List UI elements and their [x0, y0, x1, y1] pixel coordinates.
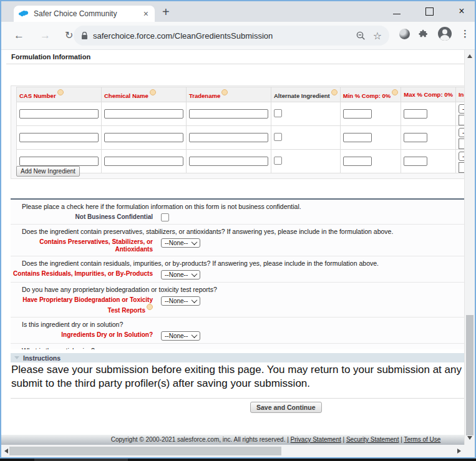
- preservatives-question: Does the ingredient contain preservative…: [11, 224, 465, 237]
- tradename-input[interactable]: [189, 157, 268, 166]
- window-minimize-button[interactable]: [390, 5, 404, 17]
- tab-close-icon[interactable]: ×: [142, 9, 150, 18]
- ingredient-table: CAS Number Chemical Name Tradename Alter…: [16, 87, 465, 173]
- scroll-right-arrow-icon[interactable]: [457, 449, 461, 454]
- privacy-statement-link[interactable]: Privacy Statement: [291, 436, 341, 443]
- help-icon[interactable]: [331, 89, 338, 95]
- button-row-divider: [11, 398, 465, 399]
- horizontal-scrollbar-thumb[interactable]: [9, 447, 281, 455]
- alternate-ingredient-checkbox[interactable]: [274, 157, 282, 165]
- window-close-button[interactable]: ×: [455, 5, 469, 17]
- reload-button[interactable]: ↻: [65, 29, 73, 41]
- reports-question: Do you have any proprietary biodegradati…: [11, 282, 465, 295]
- instructions-header[interactable]: Instructions: [11, 353, 465, 362]
- instructions-text-line2: submit to the third party profiler(s) af…: [11, 377, 465, 390]
- preservatives-label: Contains Preservatives, Stabilizers, or …: [11, 238, 153, 253]
- formulation-table-box: CAS Number Chemical Name Tradename Alter…: [11, 85, 465, 179]
- salesforce-cloud-icon: [19, 11, 29, 17]
- scroll-up-arrow-icon[interactable]: [467, 54, 472, 58]
- window-maximize-button[interactable]: [422, 5, 436, 17]
- collapse-triangle-icon[interactable]: [14, 356, 19, 359]
- security-statement-link[interactable]: Security Statement: [346, 436, 399, 443]
- footer-separator: |: [287, 436, 289, 443]
- vertical-scrollbar-thumb[interactable]: [466, 315, 474, 435]
- heading-divider: [6, 64, 465, 64]
- extension-sphere-icon[interactable]: [399, 29, 410, 39]
- alternate-ingredient-checkbox[interactable]: [274, 133, 282, 141]
- chevron-down-icon: [192, 297, 198, 303]
- cas-number-input[interactable]: [19, 109, 99, 119]
- lock-icon: [81, 32, 88, 40]
- cas-number-input[interactable]: [19, 157, 99, 166]
- table-row: --None--: [17, 126, 466, 150]
- help-icon[interactable]: [221, 89, 228, 95]
- address-bar[interactable]: saferchoice.force.com/CleanGredientsSubm…: [74, 26, 389, 46]
- not-business-confidential-checkbox[interactable]: [161, 213, 169, 221]
- col-tradename: Tradename: [187, 87, 271, 102]
- vertical-scrollbar[interactable]: [464, 50, 475, 445]
- chevron-down-icon: [192, 332, 198, 338]
- browser-toolbar: ← → ↻ saferchoice.force.com/CleanGredien…: [1, 22, 475, 50]
- max-comp-input[interactable]: [404, 157, 427, 166]
- chemical-name-input[interactable]: [104, 133, 183, 142]
- confidential-question: Please place a check here if the formula…: [11, 200, 465, 212]
- zoom-out-icon[interactable]: [356, 31, 366, 41]
- back-button[interactable]: ←: [14, 29, 24, 42]
- tradename-input[interactable]: [189, 109, 268, 119]
- col-max-comp: Max % Comp: 0%: [401, 87, 456, 102]
- taskbar-strip: [0, 459, 476, 461]
- questions-section: Please place a check here if the formula…: [11, 198, 465, 349]
- window-controls: ×: [390, 5, 469, 17]
- section-heading: Formulation Information: [11, 53, 90, 61]
- tab-strip: Safer Choice Community × + ×: [1, 1, 475, 22]
- reports-select[interactable]: --None--: [161, 296, 200, 306]
- scroll-down-arrow-icon[interactable]: [467, 436, 472, 440]
- residuals-label: Contains Residuals, Impurities, or By-Pr…: [11, 270, 153, 278]
- help-icon[interactable]: [147, 304, 153, 310]
- help-icon[interactable]: [57, 89, 64, 95]
- bookmark-star-icon[interactable]: ☆: [373, 30, 382, 42]
- new-tab-button[interactable]: +: [162, 5, 170, 19]
- chevron-down-icon: [192, 271, 198, 277]
- residuals-select[interactable]: --None--: [161, 270, 200, 279]
- browser-menu-icon[interactable]: ⋮: [460, 28, 470, 39]
- min-comp-input[interactable]: [343, 133, 372, 142]
- table-row: --None--: [17, 102, 466, 126]
- dry-solution-question: Is this ingredient dry or in solution?: [11, 317, 465, 330]
- tab-title: Safer Choice Community: [34, 9, 142, 18]
- min-comp-input[interactable]: [343, 109, 372, 119]
- particle-question: What is the particle size?: [11, 343, 465, 349]
- url-text[interactable]: saferchoice.force.com/CleanGredientsSubm…: [93, 31, 349, 41]
- table-header-row: CAS Number Chemical Name Tradename Alter…: [17, 87, 466, 102]
- col-alternate-ingredient: Alternate Ingredient: [271, 87, 341, 102]
- col-cas-number: CAS Number: [17, 87, 102, 102]
- min-comp-input[interactable]: [343, 157, 372, 166]
- max-comp-input[interactable]: [404, 133, 427, 142]
- scroll-left-arrow-icon[interactable]: [4, 449, 8, 454]
- browser-tab[interactable]: Safer Choice Community ×: [14, 6, 155, 22]
- table-row: --None--: [17, 150, 466, 173]
- instructions-title: Instructions: [23, 354, 61, 362]
- chemical-name-input[interactable]: [104, 157, 183, 166]
- help-icon[interactable]: [150, 89, 156, 95]
- instructions-text-line1: Please save your submission before exiti…: [11, 364, 465, 376]
- cas-number-input[interactable]: [19, 133, 99, 142]
- help-icon[interactable]: [392, 89, 398, 95]
- chevron-down-icon: [192, 239, 198, 245]
- alternate-ingredient-checkbox[interactable]: [274, 109, 282, 117]
- terms-of-use-link[interactable]: Terms of Use: [404, 436, 440, 443]
- copyright-text: Copyright © 2000-2021 salesforce.com, in…: [111, 436, 286, 443]
- profile-avatar[interactable]: [438, 27, 452, 41]
- save-and-continue-button[interactable]: Save and Continue: [250, 402, 322, 413]
- dry-solution-select[interactable]: --None--: [161, 331, 200, 341]
- max-comp-input[interactable]: [404, 109, 427, 119]
- preservatives-select[interactable]: --None--: [161, 238, 200, 248]
- chemical-name-input[interactable]: [104, 109, 183, 119]
- horizontal-scrollbar[interactable]: [1, 445, 475, 457]
- extensions-puzzle-icon[interactable]: [419, 29, 429, 39]
- forward-button: →: [40, 29, 51, 42]
- tradename-input[interactable]: [189, 133, 268, 142]
- col-chemical-name: Chemical Name: [102, 87, 187, 102]
- dry-solution-label: Ingredients Dry or In Solution?: [11, 331, 153, 339]
- add-new-ingredient-button[interactable]: Add New Ingredient: [16, 166, 80, 177]
